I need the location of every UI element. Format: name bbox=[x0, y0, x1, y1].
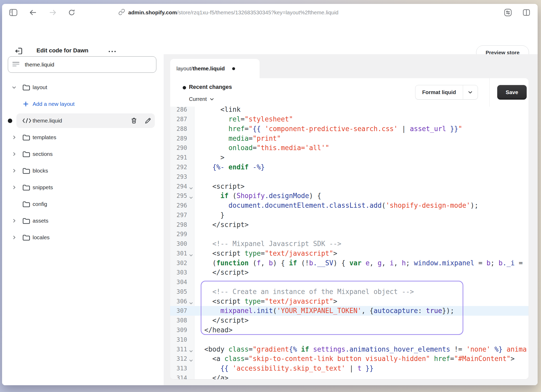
code-line-307[interactable]: 307 mixpanel.init('YOUR_MIXPANEL_TOKEN',… bbox=[170, 306, 528, 316]
code-text[interactable]: <script type="text/javascript"> bbox=[194, 296, 528, 306]
pencil-button[interactable] bbox=[143, 116, 153, 125]
version-dropdown[interactable]: Current bbox=[189, 96, 214, 102]
chevron-right-icon[interactable] bbox=[13, 168, 16, 173]
code-line-306[interactable]: 306 <script type="text/javascript"> bbox=[170, 296, 528, 306]
code-text[interactable]: <a class="skip-to-content-link button vi… bbox=[194, 354, 528, 364]
code-line-289[interactable]: 289 media="print" bbox=[170, 133, 528, 143]
code-line-287[interactable]: 287 rel="stylesheet" bbox=[170, 114, 528, 124]
code-text[interactable]: </script> bbox=[194, 220, 528, 229]
code-line-286[interactable]: 286 <link bbox=[170, 107, 528, 114]
chevron-right-icon[interactable] bbox=[13, 185, 16, 190]
sidebar-folder-sections[interactable]: sections bbox=[2, 146, 164, 162]
code-text[interactable]: media="print" bbox=[194, 133, 528, 143]
forward-icon[interactable] bbox=[48, 8, 58, 17]
code-line-300[interactable]: 300 <!-- Mixpanel Javascript SDK --> bbox=[170, 239, 528, 249]
tab-theme-liquid[interactable]: layout/theme.liquid bbox=[170, 59, 260, 78]
format-options-button[interactable] bbox=[463, 85, 478, 99]
code-line-302[interactable]: 302 (function (f, b) { if (!b.__SV) { va… bbox=[170, 258, 528, 268]
code-text[interactable]: (function (f, b) { if (!b.__SV) { var e,… bbox=[194, 258, 528, 268]
fold-chevron-icon[interactable] bbox=[189, 302, 193, 305]
sidebar-folder-assets[interactable]: assets bbox=[2, 212, 164, 229]
code-line-308[interactable]: 308 </script> bbox=[170, 316, 528, 325]
page-settings-icon[interactable] bbox=[503, 8, 513, 17]
code-text[interactable]: {%- endif -%} bbox=[194, 162, 528, 172]
fold-chevron-icon[interactable] bbox=[189, 359, 193, 362]
code-line-291[interactable]: 291 > bbox=[170, 153, 528, 162]
fold-chevron-icon[interactable] bbox=[189, 196, 193, 199]
code-text[interactable]: document.documentElement.classList.add('… bbox=[194, 201, 528, 210]
code-text[interactable] bbox=[194, 172, 528, 181]
sidebar-toggle-icon[interactable] bbox=[8, 8, 18, 17]
fold-chevron-icon[interactable] bbox=[189, 187, 193, 190]
code-line-301[interactable]: 301 <script type="text/javascript"> bbox=[170, 248, 528, 258]
format-liquid-button[interactable]: Format liquid bbox=[415, 85, 478, 100]
chevron-right-icon[interactable] bbox=[13, 152, 16, 156]
code-line-296[interactable]: 296 document.documentElement.classList.a… bbox=[170, 201, 528, 210]
code-text[interactable]: <script type="text/javascript"> bbox=[194, 248, 528, 258]
code-text[interactable]: <body class="gradient{% if settings.anim… bbox=[194, 344, 528, 354]
sidebar-folder-blocks[interactable]: blocks bbox=[2, 162, 164, 179]
code-line-292[interactable]: 292 {%- endif -%} bbox=[170, 162, 528, 172]
code-text[interactable]: > bbox=[194, 153, 528, 162]
code-text[interactable]: <!-- Mixpanel Javascript SDK --> bbox=[194, 239, 528, 249]
address-bar[interactable]: admin.shopify.com/store/rzq1xu-f5/themes… bbox=[118, 4, 339, 21]
sidebar-file-theme-liquid[interactable]: theme.liquid bbox=[2, 112, 164, 129]
code-text[interactable]: <script> bbox=[194, 181, 528, 191]
sidebar-folder-templates[interactable]: templates bbox=[2, 129, 164, 146]
code-text[interactable]: </head> bbox=[194, 325, 528, 335]
code-text[interactable]: onload="this.media='all'" bbox=[194, 143, 528, 153]
search-input[interactable] bbox=[25, 62, 156, 68]
code-line-303[interactable]: 303 </script> bbox=[170, 268, 528, 277]
code-line-312[interactable]: 312 <a class="skip-to-content-link butto… bbox=[170, 354, 528, 364]
code-text[interactable] bbox=[194, 277, 528, 287]
code-text[interactable]: if (Shopify.designMode) { bbox=[194, 191, 528, 201]
code-line-298[interactable]: 298 </script> bbox=[170, 220, 528, 229]
chevron-right-icon[interactable] bbox=[13, 135, 16, 140]
code-text[interactable]: rel="stylesheet" bbox=[194, 114, 528, 124]
chevron-right-icon[interactable] bbox=[13, 218, 16, 223]
split-view-icon[interactable] bbox=[521, 8, 531, 17]
code-line-313[interactable]: 313 {{ 'accessibility.skip_to_text' | t … bbox=[170, 364, 528, 373]
sidebar-folder-layout[interactable]: layout bbox=[2, 79, 164, 96]
sidebar-folder-config[interactable]: config bbox=[2, 196, 164, 212]
code-text[interactable]: </a> bbox=[194, 373, 528, 379]
code-line-311[interactable]: 311 <body class="gradient{% if settings.… bbox=[170, 344, 528, 354]
code-line-314[interactable]: 314 </a> bbox=[170, 373, 528, 379]
code-text[interactable]: </script> bbox=[194, 268, 528, 277]
code-text[interactable]: <!-- Create an instance of the Mixpanel … bbox=[194, 287, 528, 297]
code-line-290[interactable]: 290 onload="this.media='all'" bbox=[170, 143, 528, 153]
chevron-right-icon[interactable] bbox=[13, 235, 16, 240]
sidebar-action-add-a-new-layout[interactable]: Add a new layout bbox=[2, 96, 164, 112]
code-text[interactable]: } bbox=[194, 210, 528, 220]
code-text[interactable]: mixpanel.init('YOUR_MIXPANEL_TOKEN', {au… bbox=[194, 306, 528, 316]
line-number: 293 bbox=[170, 172, 194, 181]
fold-chevron-icon[interactable] bbox=[189, 254, 193, 257]
code-line-297[interactable]: 297 } bbox=[170, 210, 528, 220]
code-text[interactable]: href="{{ 'component-predictive-search.cs… bbox=[194, 124, 528, 134]
code-text[interactable] bbox=[194, 229, 528, 239]
back-icon[interactable] bbox=[28, 8, 38, 17]
code-text[interactable] bbox=[194, 335, 528, 344]
code-line-295[interactable]: 295 if (Shopify.designMode) { bbox=[170, 191, 528, 201]
code-editor[interactable]: 286 <link287 rel="stylesheet"288 href="{… bbox=[170, 107, 528, 379]
code-text[interactable]: </script> bbox=[194, 316, 528, 325]
code-line-309[interactable]: 309 </head> bbox=[170, 325, 528, 335]
code-text[interactable]: <link bbox=[194, 107, 528, 114]
code-line-304[interactable]: 304 bbox=[170, 277, 528, 287]
code-line-299[interactable]: 299 bbox=[170, 229, 528, 239]
code-line-293[interactable]: 293 bbox=[170, 172, 528, 181]
sidebar-folder-locales[interactable]: locales bbox=[2, 229, 164, 246]
file-search[interactable] bbox=[8, 56, 156, 73]
code-line-288[interactable]: 288 href="{{ 'component-predictive-searc… bbox=[170, 124, 528, 134]
code-text[interactable]: {{ 'accessibility.skip_to_text' | t }} bbox=[194, 364, 528, 373]
code-line-294[interactable]: 294 <script> bbox=[170, 181, 528, 191]
trash-button[interactable] bbox=[129, 116, 139, 125]
chevron-down-icon[interactable] bbox=[12, 86, 16, 89]
code-line-310[interactable]: 310 bbox=[170, 335, 528, 344]
fold-chevron-icon[interactable] bbox=[189, 350, 193, 353]
reload-icon[interactable] bbox=[67, 8, 77, 17]
line-number: 292 bbox=[170, 162, 194, 172]
save-button[interactable]: Save bbox=[497, 85, 527, 100]
sidebar-folder-snippets[interactable]: snippets bbox=[2, 179, 164, 196]
code-line-305[interactable]: 305 <!-- Create an instance of the Mixpa… bbox=[170, 287, 528, 297]
